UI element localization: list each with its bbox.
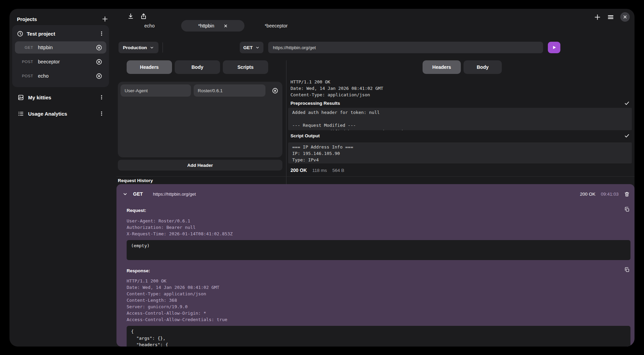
request-item-beeceptor[interactable]: POST beeceptor xyxy=(15,56,106,68)
menu-button[interactable] xyxy=(607,14,614,21)
environment-label: Production xyxy=(123,45,147,50)
method-label: GET xyxy=(243,45,253,50)
image-icon xyxy=(18,94,24,101)
add-header-button[interactable]: Add Header xyxy=(118,160,282,171)
copy-request-button[interactable] xyxy=(624,206,630,212)
history-request-body: (empty) xyxy=(127,240,630,260)
url-input[interactable] xyxy=(268,42,543,53)
remove-request-button[interactable] xyxy=(96,73,102,79)
collection-name: Usage Analytics xyxy=(28,111,95,117)
response-label: Response: xyxy=(127,268,150,273)
tab-label: Headers xyxy=(432,64,451,70)
add-project-button[interactable] xyxy=(102,16,108,22)
output-line: Location: Netherlands xyxy=(292,163,628,163)
copy-icon xyxy=(624,267,630,273)
divider xyxy=(116,176,635,177)
request-method: POST xyxy=(18,74,33,78)
request-method: POST xyxy=(18,60,33,64)
history-url: https://httpbin.org/get xyxy=(153,192,575,197)
tab-label: echo xyxy=(144,23,154,28)
check-icon xyxy=(624,100,630,106)
body-line: "args": {}, xyxy=(131,335,626,342)
section-title: Preprocessing Results xyxy=(291,101,624,106)
tab-httpbin[interactable]: *httpbin xyxy=(181,20,244,32)
header-line: Content-Length: 368 xyxy=(127,297,227,303)
preprocessing-output: Added auth header for token: null --- Re… xyxy=(288,108,632,130)
header-line: Authorization: Bearer null xyxy=(127,224,233,231)
chevron-down-icon xyxy=(123,192,128,197)
header-line: X-Request-Time: 2026-01-14T08:41:02.853Z xyxy=(127,231,233,237)
header-line: HTTP/1.1 200 OK xyxy=(127,278,227,284)
remove-header-button[interactable] xyxy=(272,87,278,94)
sidebar-item-usage-analytics[interactable]: Usage Analytics xyxy=(12,108,109,119)
new-tab-button[interactable] xyxy=(594,14,601,21)
headers-editor xyxy=(118,82,282,157)
header-value-input[interactable] xyxy=(194,84,265,97)
close-window-button[interactable] xyxy=(620,12,630,22)
sidebar-item-my-kitties[interactable]: My kitties xyxy=(12,92,109,103)
add-header-label: Add Header xyxy=(187,163,213,168)
collection-menu-button[interactable] xyxy=(99,95,104,100)
share-icon xyxy=(140,13,147,20)
history-response-headers: HTTP/1.1 200 OK Date: Wed, 14 Jan 2026 0… xyxy=(127,278,227,323)
tab-label: *beeceptor xyxy=(265,23,288,28)
chevron-down-icon xyxy=(150,45,154,50)
request-item-echo[interactable]: POST echo xyxy=(15,70,106,82)
export-button[interactable] xyxy=(140,13,147,20)
tab-request-headers[interactable]: Headers xyxy=(127,60,172,74)
history-timestamp: 09:41:03 xyxy=(601,192,619,197)
tab-response-headers[interactable]: Headers xyxy=(423,60,461,74)
request-item-httpbin[interactable]: GET httpbin xyxy=(15,41,106,54)
header-line: Access-Control-Allow-Credentials: true xyxy=(127,316,227,323)
response-header-line: Content-Type: application/json xyxy=(291,92,629,97)
environment-select[interactable]: Production xyxy=(119,42,158,53)
tab-beeceptor[interactable]: *beeceptor xyxy=(244,20,308,32)
history-entry-header[interactable]: GET https://httpbin.org/get 200 OK 09:41… xyxy=(123,189,630,199)
output-line: Type: IPv4 xyxy=(292,157,628,163)
method-select[interactable]: GET xyxy=(240,42,263,53)
list-icon xyxy=(18,111,24,117)
panel-divider xyxy=(286,60,286,185)
delete-history-button[interactable] xyxy=(624,191,630,197)
header-line: User-Agent: Roster/0.6.1 xyxy=(127,218,233,224)
project-header[interactable]: Test project xyxy=(15,28,106,39)
x-circle-icon xyxy=(96,44,102,51)
project-menu-button[interactable] xyxy=(99,31,104,36)
tab-response-body[interactable]: Body xyxy=(464,60,502,74)
history-entry: GET https://httpbin.org/get 200 OK 09:41… xyxy=(116,184,635,347)
tab-request-body[interactable]: Body xyxy=(175,60,220,74)
request-history-title: Request History xyxy=(118,178,153,183)
output-line xyxy=(292,116,628,122)
header-line: Content-Type: application/json xyxy=(127,291,227,297)
kebab-icon xyxy=(99,31,104,36)
remove-request-button[interactable] xyxy=(96,44,102,51)
toolbar-right xyxy=(594,12,630,22)
close-tab-button[interactable] xyxy=(224,24,228,28)
response-header-line: Date: Wed, 14 Jan 2026 08:41:02 GMT xyxy=(291,85,629,92)
script-output: === IP Address Info === IP: 195.146.105.… xyxy=(288,142,632,163)
output-line: === IP Address Info === xyxy=(292,144,628,150)
request-label: Request: xyxy=(127,208,146,213)
main-area: echo *httpbin *beeceptor Production GET xyxy=(116,9,635,347)
remove-request-button[interactable] xyxy=(96,59,102,65)
collection-menu-button[interactable] xyxy=(99,111,104,116)
status-size: 564 B xyxy=(332,168,344,173)
tab-request-scripts[interactable]: Scripts xyxy=(223,60,268,74)
response-status-bar: 200 OK 118 ms 564 B xyxy=(291,167,344,173)
script-output-header[interactable]: Script Output xyxy=(286,131,635,140)
response-panel-tabs: Headers Body xyxy=(423,60,502,74)
x-circle-icon xyxy=(96,73,102,79)
request-method: GET xyxy=(18,45,33,50)
preprocessing-results-header[interactable]: Preprocessing Results xyxy=(286,98,635,108)
header-line: Server: gunicorn/19.9.0 xyxy=(127,303,227,310)
output-line: --- Request Modified --- xyxy=(292,122,628,129)
header-key-input[interactable] xyxy=(121,84,191,97)
tab-label: Body xyxy=(477,64,489,70)
output-line: Request was modified by preprocessing sc… xyxy=(292,129,628,130)
copy-response-button[interactable] xyxy=(624,267,630,273)
kebab-icon xyxy=(99,95,104,100)
tab-echo[interactable]: echo xyxy=(118,20,181,32)
import-button[interactable] xyxy=(127,13,134,20)
send-request-button[interactable] xyxy=(548,42,560,53)
collection-name: My kitties xyxy=(28,95,95,100)
